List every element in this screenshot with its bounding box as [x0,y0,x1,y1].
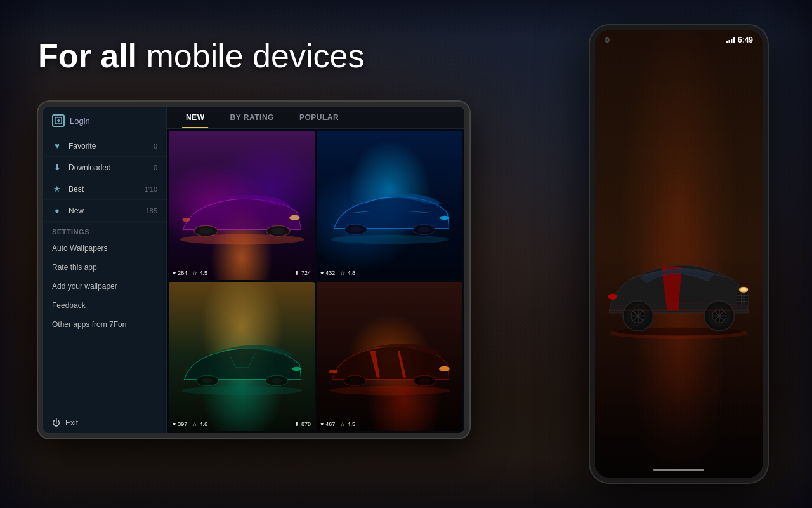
rate-app-item[interactable]: Rate this app [43,258,166,277]
new-count: 185 [146,207,157,215]
svg-point-14 [440,216,449,220]
wallpaper-cell-1[interactable]: ♥ 284 ☆ 4.5 ⬇ 724 [169,131,315,280]
svg-point-6 [272,228,285,234]
heart-stat-icon: ♥ [173,270,176,276]
svg-point-28 [439,366,450,371]
cell1-stats: ♥ 284 ☆ 4.5 ⬇ 724 [173,270,311,276]
phone-time: 6:49 [738,36,753,44]
tablet-device: Login ♥ Favorite 0 ⬇ Downloaded 0 ★ Best… [38,102,469,438]
sidebar-best[interactable]: ★ Best 1'10 [43,178,166,200]
headline-bold: For all [38,37,137,74]
svg-rect-32 [731,39,733,43]
download-icon: ⬇ [52,163,62,172]
svg-rect-31 [728,40,730,43]
phone-device: 6:49 [590,25,768,483]
wallpaper-cell-4[interactable]: ♥ 467 ☆ 4.5 [317,282,462,431]
sidebar-new[interactable]: ● New 185 [43,200,166,222]
login-label: Login [70,116,90,126]
heart-stat-icon3: ♥ [173,421,176,427]
tab-by-rating[interactable]: BY RATING [218,107,287,128]
new-label: New [69,206,84,215]
dl-stat-icon: ⬇ [294,270,299,276]
settings-section-label: Settings [43,222,166,239]
favorite-label: Favorite [69,142,96,150]
exit-icon: ⏻ [52,418,60,427]
add-wallpaper-item[interactable]: Add your wallpaper [43,277,166,296]
cell4-rating: ☆ 4.5 [340,421,355,427]
svg-point-11 [350,227,362,232]
svg-point-27 [419,378,431,384]
phone-frame: 6:49 [590,25,768,483]
tab-popular[interactable]: POPULAR [287,107,351,128]
svg-point-43 [741,288,747,291]
phone-status-right: 6:49 [726,36,753,44]
sidebar-header[interactable]: Login [43,107,166,135]
phone-camera [605,37,610,43]
star-stat-icon3: ☆ [192,421,197,427]
signal-icon [726,37,735,43]
cell2-stats: ♥ 432 ☆ 4.8 [320,270,459,276]
heart-icon: ♥ [52,141,62,150]
cell1-rating: ☆ 4.5 [192,270,207,276]
best-label: Best [69,185,84,194]
star-stat-icon4: ☆ [340,421,345,427]
cell4-stats: ♥ 467 ☆ 4.5 [320,421,459,427]
new-icon: ● [52,206,62,215]
svg-point-8 [182,218,190,222]
svg-point-2 [180,234,304,245]
exit-label: Exit [65,418,78,427]
wallpaper-cell-3[interactable]: ♥ 397 ☆ 4.6 ⬇ 878 [169,282,315,431]
favorite-count: 0 [154,142,157,150]
cell3-download: ⬇ 878 [294,421,311,427]
sidebar-downloaded[interactable]: ⬇ Downloaded 0 [43,157,166,178]
cell3-stats: ♥ 397 ☆ 4.6 ⬇ 878 [173,421,311,427]
phone-status-bar: 6:49 [605,36,753,44]
svg-point-13 [418,227,430,232]
auto-wallpapers-item[interactable]: Auto Wallpapers [43,239,166,258]
cell2-likes: ♥ 432 [320,270,335,276]
car2-image [324,183,455,250]
tablet-main: NEW BY RATING POPULAR [167,107,464,433]
phone-screen: 6:49 [595,30,763,478]
svg-point-29 [329,370,337,373]
star-icon: ★ [52,184,62,194]
headline-normal2: mobile devices [146,37,364,74]
star-stat-icon2: ☆ [340,270,345,276]
tab-bar: NEW BY RATING POPULAR [167,107,464,129]
login-icon [52,114,65,127]
svg-point-44 [608,294,617,300]
phone-road [595,388,763,478]
svg-rect-36 [737,293,748,305]
downloaded-label: Downloaded [69,163,111,172]
tablet-sidebar: Login ♥ Favorite 0 ⬇ Downloaded 0 ★ Best… [43,107,167,433]
svg-point-25 [349,378,361,384]
other-apps-item[interactable]: Other apps from 7Fon [43,315,166,334]
car4-image [324,334,455,401]
headline: For all mobile devices [38,38,364,74]
car1-image [176,183,308,250]
phone-home-bar[interactable] [653,469,704,471]
dl-stat-icon3: ⬇ [294,421,299,427]
wallpaper-cell-2[interactable]: ♥ 432 ☆ 4.8 [317,131,462,280]
cell2-rating: ☆ 4.8 [340,270,355,276]
svg-point-9 [331,235,449,244]
cell3-rating: ☆ 4.6 [192,421,207,427]
heart-stat-icon4: ♥ [320,421,324,427]
svg-point-22 [292,367,301,371]
svg-point-17 [181,386,302,395]
star-stat-icon: ☆ [192,270,197,276]
feedback-item[interactable]: Feedback [43,296,166,315]
tablet-screen: Login ♥ Favorite 0 ⬇ Downloaded 0 ★ Best… [43,107,464,433]
svg-point-7 [289,215,300,220]
sidebar-favorite[interactable]: ♥ Favorite 0 [43,135,166,157]
cell1-download: ⬇ 724 [294,270,311,276]
car3-image [176,334,308,401]
heart-stat-icon2: ♥ [320,270,324,276]
tablet-frame: Login ♥ Favorite 0 ⬇ Downloaded 0 ★ Best… [38,102,469,438]
svg-rect-33 [733,37,735,43]
cell1-likes: ♥ 284 [173,270,187,276]
exit-item[interactable]: ⏻ Exit [43,412,166,433]
best-count: 1'10 [145,185,157,193]
svg-point-19 [201,378,213,384]
tab-new[interactable]: NEW [173,107,218,128]
